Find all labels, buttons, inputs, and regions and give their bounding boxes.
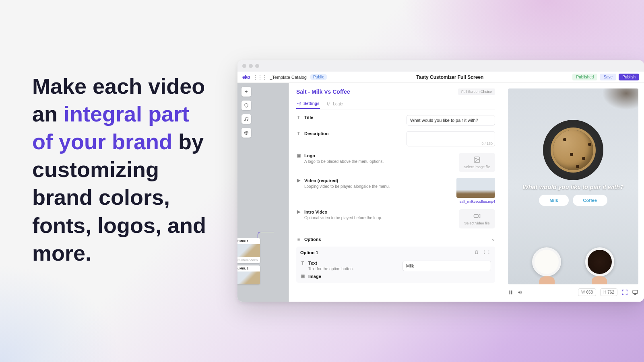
node-label-1: t Milk 1 [237, 238, 260, 244]
choice-coffee-button[interactable]: Coffee [573, 195, 607, 206]
coffee-cup [585, 247, 614, 276]
option-text-input[interactable] [402, 261, 491, 271]
grip-icon[interactable]: ⋮⋮⋮ [253, 74, 266, 80]
canvas-node-1[interactable]: t Milk 1 Custom Video [237, 238, 260, 263]
logo-sub: A logo to be placed above the menu optio… [304, 159, 455, 164]
pause-icon[interactable] [508, 290, 514, 295]
option-image-field: ▣Image [300, 274, 491, 279]
tab-settings[interactable]: Settings [296, 99, 320, 109]
intro-upload[interactable]: Select video file [459, 209, 495, 228]
logo-upload[interactable]: Select image file [459, 153, 495, 172]
cookies [553, 130, 593, 170]
settings-panel: Salt - Milk Vs Coffee Full Screen Choice… [289, 83, 502, 302]
field-logo: ▣Logo A logo to be placed above the menu… [296, 153, 495, 172]
video-thumb-image [456, 178, 495, 198]
title-label: Title [304, 115, 313, 120]
node-thumb-2 [237, 272, 260, 284]
preview-surface: What would you like to pair it with? Mil… [508, 88, 638, 284]
title-input[interactable] [407, 115, 495, 125]
milk-cup [532, 247, 561, 276]
video-sub: Looping video to be played alongside the… [304, 184, 452, 189]
hand-right [592, 276, 607, 284]
preview-controls: W658 H762 [508, 284, 638, 296]
desc-counter: 0 / 150 [481, 142, 493, 146]
video-thumb[interactable]: salt_milkvscoffee.mp4 [456, 178, 495, 204]
trash-icon[interactable] [474, 250, 479, 255]
app-body: + t Milk 1 Custom Video t Milk 2 [237, 83, 644, 302]
choice-milk-button[interactable]: Milk [539, 195, 568, 206]
preview-panel: What would you like to pair it with? Mil… [502, 83, 644, 302]
music-icon[interactable] [242, 114, 251, 124]
node-title: Salt - Milk Vs Coffee [296, 88, 350, 95]
svg-point-5 [475, 158, 476, 159]
option-1-block: Option 1 ⋮⋮ TText Text for the option bu… [296, 247, 495, 283]
panel-tabs: Settings Logic [296, 99, 495, 109]
gear-icon [297, 101, 301, 106]
video-filename: salt_milkvscoffee.mp4 [456, 200, 495, 204]
desc-label: Description [304, 131, 329, 136]
option-1-title: Option 1 [300, 250, 318, 255]
traffic-light-close[interactable] [242, 64, 246, 68]
list-icon: ≡ [296, 237, 301, 242]
breadcrumb[interactable]: _Template Catalog [270, 75, 307, 80]
options-label: Options [304, 237, 321, 242]
drag-handle-icon[interactable]: ⋮⋮ [482, 250, 491, 255]
options-section-head[interactable]: ≡ Options ⌄ [296, 235, 495, 243]
option-text-sub: Text for the option button. [308, 267, 398, 271]
marketing-copy: Make each video an integral part of your… [32, 72, 209, 267]
text-icon: T [296, 115, 301, 120]
tab-logic[interactable]: Logic [326, 99, 343, 109]
field-intro-video: ▶Intro Video Optional video to be played… [296, 209, 495, 228]
field-title: TTitle [296, 115, 495, 125]
shield-icon[interactable] [242, 101, 251, 110]
node-label-2: t Milk 2 [237, 265, 260, 272]
chevron-down-icon: ⌄ [491, 237, 495, 242]
logo-upload-label: Select image file [464, 165, 490, 169]
fullscreen-icon[interactable] [621, 289, 628, 296]
option-image-label: Image [308, 274, 321, 279]
field-description: TDescription 0 / 150 [296, 131, 495, 147]
option-text-label: Text [308, 261, 317, 265]
tab-settings-label: Settings [303, 101, 319, 106]
left-rail: + t Milk 1 Custom Video t Milk 2 [237, 83, 289, 302]
height-badge: H762 [600, 288, 617, 296]
play-icon: ▶ [296, 178, 301, 183]
svg-point-1 [247, 119, 248, 121]
hand-left [539, 276, 555, 284]
device-icon[interactable] [632, 289, 638, 296]
width-badge: W658 [578, 288, 596, 296]
branch-icon [326, 102, 331, 106]
window-titlebar [237, 60, 644, 72]
plate [543, 120, 603, 180]
play-icon: ▶ [296, 209, 301, 214]
canvas-node-2[interactable]: t Milk 2 [237, 265, 260, 284]
intro-sub: Optional video to be played before the l… [304, 216, 455, 220]
traffic-light-min[interactable] [249, 64, 253, 68]
image-icon: ▣ [300, 274, 305, 279]
app-window: eko ⋮⋮⋮ _Template Catalog Public Tasty C… [237, 60, 644, 302]
overlay-buttons: Milk Coffee [508, 195, 638, 206]
traffic-light-max[interactable] [255, 64, 259, 68]
overlay-question: What would you like to pair it with? [508, 183, 638, 190]
field-video: ▶Video (required) Looping video to be pl… [296, 178, 495, 204]
node-type-chip: Full Screen Choice [458, 88, 495, 95]
option-text-field: TText Text for the option button. [300, 261, 491, 271]
node-thumb-1 [237, 244, 260, 257]
svg-point-3 [299, 103, 300, 104]
text-icon: T [296, 131, 301, 136]
intro-label: Intro Video [304, 210, 327, 214]
add-node-button[interactable]: + [242, 87, 251, 97]
text-icon: T [300, 261, 305, 265]
volume-icon[interactable] [518, 290, 523, 295]
visibility-badge[interactable]: Public [310, 74, 327, 80]
globe-icon[interactable] [242, 128, 251, 138]
save-button[interactable]: Save [600, 74, 616, 80]
brand-logo[interactable]: eko [242, 74, 250, 80]
intro-upload-label: Select video file [464, 221, 489, 225]
canvas-nodes: t Milk 1 Custom Video t Milk 2 [237, 236, 289, 287]
topbar: eko ⋮⋮⋮ _Template Catalog Public Tasty C… [237, 72, 644, 83]
node-hint-1: Custom Video [237, 257, 260, 263]
video-camera-icon [461, 212, 493, 220]
image-icon: ▣ [296, 153, 301, 158]
publish-button[interactable]: Publish [619, 74, 639, 80]
